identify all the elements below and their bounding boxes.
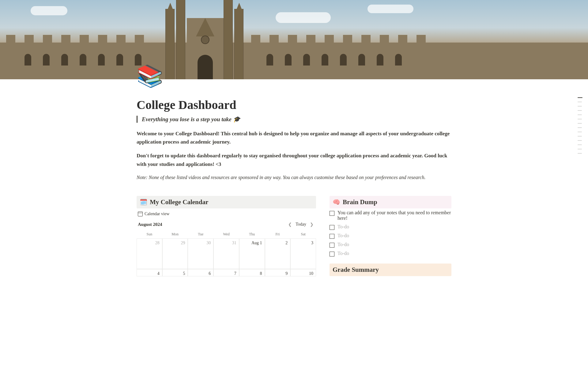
calendar-day-cell[interactable]: 6 <box>188 269 213 276</box>
outline-item[interactable] <box>578 110 582 111</box>
outline-item[interactable] <box>578 102 582 102</box>
intro-paragraph-1[interactable]: Welcome to your College Dashboard! This … <box>137 129 451 146</box>
calendar-grid: Sun Mon Tue Wed Thu Fri Sat 28 29 30 31 … <box>137 230 316 276</box>
calendar-day-cell[interactable]: 2 <box>265 238 291 269</box>
day-header: Thu <box>239 230 265 238</box>
todo-text[interactable]: To-do <box>337 224 349 230</box>
grade-summary-title: Grade Summary <box>333 266 379 274</box>
page-title[interactable]: College Dashboard <box>137 79 451 112</box>
calendar-section-header[interactable]: 🗓️ My College Calendar <box>137 196 316 208</box>
calendar-day-cell[interactable]: 7 <box>213 269 239 276</box>
calendar-day-cell[interactable]: 10 <box>290 269 316 276</box>
day-header: Sun <box>137 230 162 238</box>
todo-text[interactable]: To-do <box>337 251 349 256</box>
checkbox[interactable] <box>330 225 334 230</box>
outline-item[interactable] <box>578 123 582 124</box>
calendar-day-cell[interactable]: 31 <box>213 238 239 269</box>
outline-nav[interactable] <box>578 97 582 154</box>
day-header: Mon <box>162 230 188 238</box>
checkbox[interactable] <box>330 252 334 257</box>
todo-item[interactable]: To-do <box>330 231 451 240</box>
calendar-day-cell[interactable]: 3 <box>290 238 316 269</box>
todo-item[interactable]: To-do <box>330 223 451 231</box>
calendar-today-button[interactable]: Today <box>296 222 306 227</box>
outline-item[interactable] <box>578 149 582 149</box>
calendar-view-tab[interactable]: Calendar view <box>137 208 316 219</box>
todo-item[interactable]: You can add any of your notes that you n… <box>330 208 451 223</box>
outline-item[interactable] <box>578 132 582 132</box>
grade-summary-header[interactable]: Grade Summary <box>330 264 451 276</box>
checkbox[interactable] <box>330 243 334 248</box>
calendar-day-cell[interactable]: 9 <box>265 269 291 276</box>
calendar-section-title: My College Calendar <box>150 198 208 206</box>
calendar-day-cell[interactable]: 30 <box>188 238 213 269</box>
todo-text[interactable]: To-do <box>337 233 349 238</box>
outline-item[interactable] <box>578 119 582 119</box>
todo-item[interactable]: To-do <box>330 249 451 258</box>
day-header: Sat <box>290 230 316 238</box>
cover-image <box>0 0 588 79</box>
brain-dump-header[interactable]: 🧠 Brain Dump <box>330 196 451 208</box>
checkbox[interactable] <box>330 234 334 239</box>
day-header: Wed <box>213 230 239 238</box>
checkbox[interactable] <box>330 211 334 216</box>
calendar-day-cell[interactable]: 5 <box>162 269 188 276</box>
calendar-next-button[interactable]: ❯ <box>309 221 315 228</box>
outline-item[interactable] <box>578 114 582 115</box>
outline-item[interactable] <box>578 106 582 107</box>
brain-dump-title: Brain Dump <box>343 198 377 206</box>
intro-paragraph-2[interactable]: Don't forget to update this dashboard re… <box>137 152 451 168</box>
outline-item[interactable] <box>578 136 582 137</box>
outline-item[interactable] <box>578 97 582 98</box>
outline-item[interactable] <box>578 144 582 145</box>
calendar-emoji-icon: 🗓️ <box>140 198 147 206</box>
calendar-day-cell[interactable]: 8 <box>239 269 265 276</box>
outline-item[interactable] <box>578 140 582 141</box>
note-paragraph[interactable]: Note: None of these listed videos and re… <box>137 174 451 181</box>
calendar-day-cell[interactable]: 28 <box>137 238 162 269</box>
calendar-prev-button[interactable]: ❮ <box>287 221 293 228</box>
quote-text: Everything you lose is a step you take 🎓 <box>142 116 240 122</box>
calendar-view-icon <box>138 212 143 216</box>
day-header: Tue <box>188 230 213 238</box>
todo-item[interactable]: To-do <box>330 240 451 249</box>
todo-text[interactable]: You can add any of your notes that you n… <box>337 210 451 221</box>
calendar-view-label: Calendar view <box>145 212 169 216</box>
calendar-day-cell[interactable]: 29 <box>162 238 188 269</box>
todo-text[interactable]: To-do <box>337 242 349 247</box>
day-header: Fri <box>265 230 291 238</box>
page-icon[interactable]: 📚 <box>137 66 160 89</box>
calendar-day-cell[interactable]: Aug 1 <box>239 238 265 269</box>
outline-item[interactable] <box>578 127 582 128</box>
brain-emoji-icon: 🧠 <box>333 198 340 206</box>
outline-item[interactable] <box>578 153 582 154</box>
calendar-day-cell[interactable]: 4 <box>137 269 162 276</box>
calendar-month-label: August 2024 <box>138 222 162 227</box>
quote-block[interactable]: Everything you lose is a step you take 🎓 <box>137 116 451 123</box>
